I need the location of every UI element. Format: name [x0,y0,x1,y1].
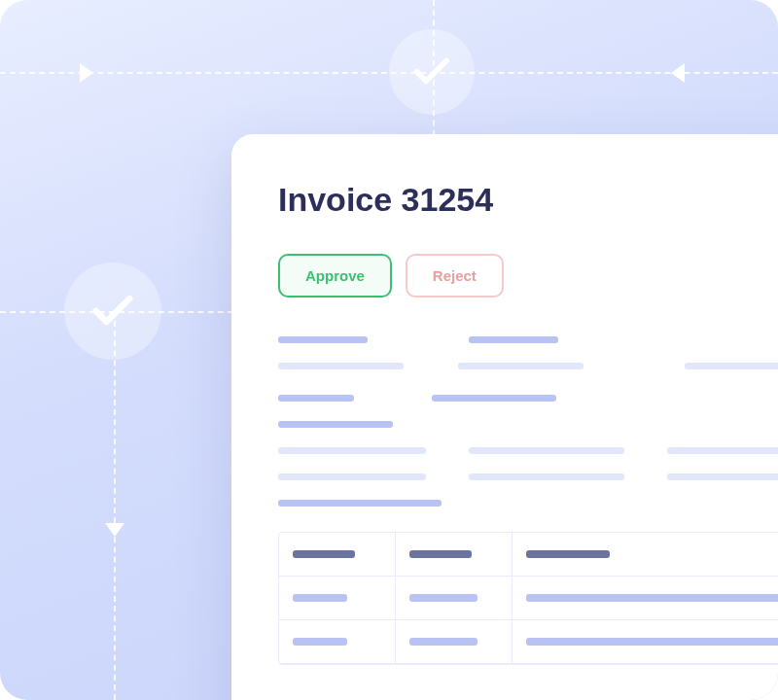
table-cell [409,638,477,646]
table-row [279,577,778,620]
approve-button[interactable]: Approve [278,254,392,298]
checkmark-icon [64,262,161,360]
placeholder-line [667,447,778,454]
action-row: Approve Reject [278,254,778,298]
invoice-meta [278,336,778,507]
table-cell [409,594,477,602]
table-cell [293,638,347,646]
table-header-cell [409,550,472,558]
placeholder-line [278,421,393,428]
table-header-cell [526,550,610,558]
placeholder-line [432,395,556,402]
workflow-canvas: Invoice 31254 Approve Reject [0,0,778,700]
reject-button[interactable]: Reject [406,254,504,298]
arrow-left-icon [671,63,685,83]
placeholder-line [278,500,442,507]
table-header-cell [293,550,355,558]
table-cell [293,594,347,602]
placeholder-line [469,473,624,480]
placeholder-line [278,336,368,343]
table-cell [526,594,778,602]
invoice-title: Invoice 31254 [278,181,778,219]
placeholder-line [667,473,778,480]
invoice-line-items-table [278,532,778,665]
placeholder-line [458,363,584,369]
table-header-row [279,533,778,577]
checkmark-icon [389,29,475,115]
placeholder-line [278,395,354,402]
table-row [279,620,778,664]
placeholder-line [278,447,426,454]
arrow-down-icon [105,523,124,537]
placeholder-line [469,447,624,454]
placeholder-line [278,363,404,369]
placeholder-line [685,363,778,369]
invoice-card: Invoice 31254 Approve Reject [231,134,778,700]
flow-line-vertical-left [114,311,116,700]
placeholder-line [469,336,558,343]
placeholder-line [278,473,426,480]
arrow-right-icon [80,63,93,83]
table-cell [526,638,778,646]
